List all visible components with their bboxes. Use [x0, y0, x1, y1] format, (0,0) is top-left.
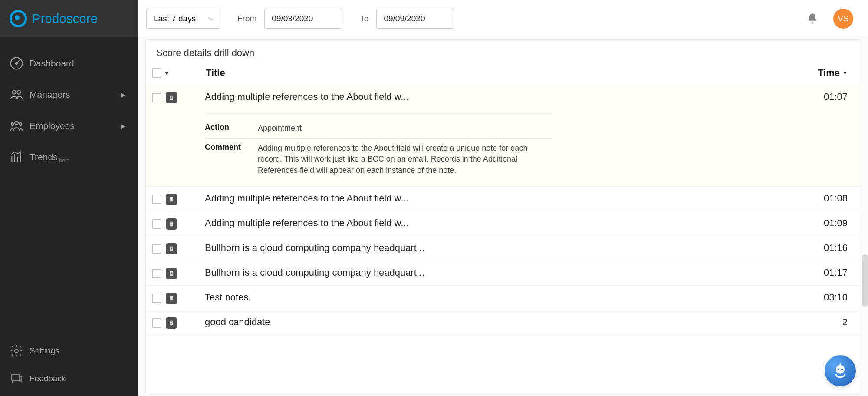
row-checkbox[interactable]	[152, 219, 161, 229]
svg-rect-11	[170, 222, 173, 227]
note-icon[interactable]	[166, 218, 177, 230]
note-icon[interactable]	[166, 293, 177, 304]
users-icon	[10, 88, 23, 102]
svg-rect-9	[170, 96, 173, 100]
row-checkbox[interactable]	[152, 318, 161, 328]
row-time: 01:17	[824, 267, 848, 278]
table-row[interactable]: Test notes. 03:10	[146, 286, 861, 310]
row-time: 01:09	[824, 218, 848, 229]
column-header-title[interactable]: Title	[206, 67, 818, 79]
column-header-time[interactable]: Time ▼	[818, 67, 848, 79]
from-label: From	[237, 14, 256, 23]
row-title: Adding multiple references to the About …	[205, 193, 824, 204]
row-title: Test notes.	[205, 292, 824, 303]
row-detail: Action Appointment Comment Adding multip…	[205, 112, 552, 180]
column-header-time-label: Time	[818, 67, 840, 79]
trends-icon	[10, 150, 23, 164]
svg-point-7	[15, 349, 18, 353]
row-checkbox[interactable]	[152, 244, 161, 254]
svg-point-5	[11, 123, 14, 125]
row-checkbox[interactable]	[152, 195, 161, 204]
to-date-value: 09/09/2020	[384, 14, 425, 23]
sidebar-item-label: Settings	[30, 346, 59, 356]
feedback-icon	[10, 372, 23, 386]
note-icon[interactable]	[166, 243, 177, 254]
sort-icon: ▼	[842, 70, 848, 76]
detail-comment-label: Comment	[205, 143, 258, 176]
date-range-select[interactable]: Last 7 days ⌄	[146, 9, 220, 29]
gear-icon	[10, 344, 23, 358]
row-time: 01:16	[824, 242, 848, 254]
sidebar-item-label: Feedback	[30, 374, 66, 383]
sidebar-item-label: Trends	[30, 152, 58, 162]
gauge-icon	[10, 56, 23, 70]
sidebar-item-label: Dashboard	[30, 58, 74, 69]
sidebar-item-trends[interactable]: Trends beta	[0, 142, 138, 173]
row-title: Bullhorn is a cloud computing company he…	[205, 267, 824, 278]
sidebar-item-label: Managers	[30, 89, 70, 100]
chevron-down-icon: ⌄	[209, 15, 214, 22]
svg-rect-10	[170, 197, 173, 202]
note-icon[interactable]	[166, 268, 177, 279]
row-title: Adding multiple references to the About …	[205, 91, 824, 102]
chevron-right-icon: ▶	[121, 123, 125, 129]
to-date-input[interactable]: 09/09/2020	[376, 9, 454, 29]
svg-rect-13	[170, 271, 173, 276]
chatbot-fab[interactable]	[825, 355, 856, 386]
svg-rect-8	[11, 375, 20, 380]
panel-title: Score details drill down	[146, 40, 861, 63]
select-all-checkbox[interactable]	[152, 68, 161, 78]
svg-rect-15	[170, 321, 173, 326]
svg-point-2	[13, 91, 16, 94]
svg-point-3	[17, 91, 20, 94]
beta-badge: beta	[59, 158, 69, 164]
scrollbar[interactable]	[862, 254, 868, 307]
sidebar-item-dashboard[interactable]: Dashboard	[0, 48, 138, 79]
row-time: 01:08	[824, 193, 848, 204]
select-dropdown-icon[interactable]: ▼	[164, 70, 169, 76]
from-date-value: 09/03/2020	[272, 14, 313, 23]
avatar-initials: VS	[838, 14, 848, 23]
svg-point-4	[15, 121, 18, 125]
sidebar-item-feedback[interactable]: Feedback	[0, 365, 138, 393]
sidebar-item-settings[interactable]: Settings	[0, 337, 138, 365]
row-title: Adding multiple references to the About …	[205, 218, 824, 229]
table-row[interactable]: Bullhorn is a cloud computing company he…	[146, 236, 861, 261]
svg-rect-19	[839, 363, 841, 366]
people-icon	[10, 119, 23, 133]
logo[interactable]: Prodoscore	[0, 0, 138, 37]
bell-icon[interactable]	[806, 13, 819, 25]
note-icon[interactable]	[166, 194, 177, 205]
svg-point-6	[19, 123, 22, 125]
table-row[interactable]: good candidate 2	[146, 310, 861, 335]
date-range-label: Last 7 days	[154, 14, 196, 23]
detail-action-value: Appointment	[258, 123, 302, 134]
row-checkbox[interactable]	[152, 269, 161, 278]
row-checkbox[interactable]	[152, 294, 161, 303]
note-icon[interactable]	[166, 92, 177, 103]
svg-point-16	[836, 365, 845, 374]
sidebar-item-label: Employees	[30, 121, 75, 131]
svg-rect-14	[170, 296, 173, 301]
detail-comment-value: Adding multiple references to the About …	[258, 143, 552, 176]
sidebar-item-managers[interactable]: Managers ▶	[0, 79, 138, 110]
chevron-right-icon: ▶	[121, 92, 125, 98]
table-row[interactable]: Adding multiple references to the About …	[146, 187, 861, 211]
sidebar-item-employees[interactable]: Employees ▶	[0, 110, 138, 142]
svg-point-1	[16, 63, 17, 64]
avatar[interactable]: VS	[833, 9, 853, 29]
table-row[interactable]: Bullhorn is a cloud computing company he…	[146, 261, 861, 286]
note-icon[interactable]	[166, 317, 177, 329]
table-row[interactable]: Adding multiple references to the About …	[146, 85, 861, 187]
row-time: 2	[842, 317, 848, 328]
svg-rect-12	[170, 247, 173, 251]
table-row[interactable]: Adding multiple references to the About …	[146, 211, 861, 236]
from-date-input[interactable]: 09/03/2020	[264, 9, 342, 29]
row-title: Bullhorn is a cloud computing company he…	[205, 242, 824, 254]
to-label: To	[360, 14, 368, 23]
logo-text: Prodoscore	[32, 12, 98, 26]
svg-point-17	[838, 369, 839, 370]
logo-icon	[10, 10, 27, 27]
row-time: 03:10	[824, 292, 848, 303]
row-checkbox[interactable]	[152, 93, 161, 102]
